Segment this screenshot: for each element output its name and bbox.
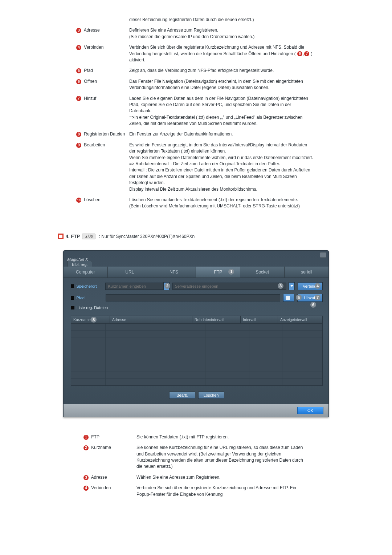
kurzname-input[interactable]: [105, 283, 163, 290]
label-pfad: Pfad: [76, 296, 106, 300]
badge-8-icon: 8: [76, 132, 81, 137]
desc-text: Laden Sie die eigenen Daten aus dem in d…: [129, 96, 308, 126]
section-heading-ftp: 4. FTP ▲Up : Nur für SyncMaster 320PXn/4…: [58, 234, 392, 239]
desc-label: Verbinden: [84, 45, 103, 50]
tab-seriell[interactable]: seriell: [285, 267, 328, 278]
badge-4b-icon: 4: [83, 486, 89, 491]
bullet-icon: [71, 306, 74, 309]
folder-open-icon: [286, 296, 290, 300]
label-liste: Liste reg. Dateien: [77, 305, 109, 310]
inline-badge-7-icon: 7: [304, 51, 309, 56]
callout-2-icon: 2: [164, 283, 170, 289]
desc-label: Hinzuf: [84, 96, 96, 101]
nfs-description-table: dieser Bezeichnung registrierten Daten d…: [76, 15, 316, 212]
col-kurzname: Kurzname: [73, 317, 91, 322]
bullet-icon: [71, 296, 74, 300]
section-icon: [58, 234, 64, 239]
badge-2-icon: 2: [83, 445, 89, 450]
desc-text: Verbinden Sie sich über die registrierte…: [129, 45, 304, 56]
badge-7-icon: 7: [76, 96, 81, 101]
loeschen-button[interactable]: Löschen: [198, 392, 224, 399]
badge-10-icon: 10: [76, 198, 81, 203]
desc-text: Das Fenster File Navigation (Dateinaviga…: [129, 79, 303, 90]
tab-socket[interactable]: Socket: [240, 267, 285, 278]
desc-text: Wählen Sie eine Adresse zum Registrieren…: [136, 475, 220, 480]
desc-label: Pfad: [84, 68, 93, 73]
badge-1-icon: 1: [83, 435, 89, 440]
tab-ftp[interactable]: 1 FTP: [196, 267, 240, 278]
window-close-icon[interactable]: [320, 252, 326, 258]
section-title: 4. FTP: [66, 234, 80, 239]
badge-9-icon: 9: [76, 143, 81, 148]
badge-6-icon: 6: [76, 79, 81, 84]
badge-5-icon: 5: [76, 68, 81, 73]
callout-4-icon: 4: [315, 283, 320, 289]
badge-4-icon: 4: [76, 45, 81, 50]
desc-text: Ein Fenster zur Anzeige der Datenbankinf…: [129, 131, 233, 137]
desc-label: Registrierten Dateien: [84, 131, 125, 137]
ok-button[interactable]: OK: [297, 407, 323, 414]
desc-text: Sie können eine Kurzbezeichnung für eine…: [136, 445, 303, 469]
tab-nfs[interactable]: NFS: [152, 267, 196, 278]
callout-7-icon: 7: [315, 295, 320, 300]
label-speicherort: Speicherort: [76, 284, 105, 288]
tab-url[interactable]: URL: [108, 267, 152, 278]
desc-text: Sie können Textdaten (.txt) mit FTP regi…: [136, 434, 229, 439]
tab-computer[interactable]: Computer: [64, 267, 108, 278]
serveradresse-input[interactable]: [172, 283, 286, 290]
desc-text: Es wird ein Fenster angezeigt, in dem Si…: [129, 142, 313, 192]
list-body[interactable]: [71, 324, 323, 386]
desc-text: Löschen Sie ein markiertes Textdatenelem…: [129, 197, 300, 208]
ftp-dialog-window: MagicNet X Bibl. reg. Computer URL NFS 1…: [63, 250, 329, 417]
desc-text: Verbinden Sie sich über die registrierte…: [136, 485, 296, 497]
desc-label: Adresse: [84, 28, 100, 33]
ftp-description-table: 1 FTP Sie können Textdaten (.txt) mit FT…: [83, 432, 309, 500]
desc-text: Definieren Sie eine Adresse zum Registri…: [129, 28, 254, 39]
desc-label: Kurzname: [91, 445, 111, 450]
col-adresse: Adresse: [112, 317, 126, 322]
up-button[interactable]: ▲Up: [82, 234, 95, 239]
badge-3b-icon: 3: [83, 475, 89, 480]
desc-label: FTP: [91, 434, 99, 439]
list-header: Kurzname 8 Adresse Rohdatenintervall Int…: [71, 316, 323, 324]
col-anzeige: Anzeigeintervall: [280, 317, 307, 322]
desc-label: Bearbeiten: [84, 142, 105, 147]
section-subtitle: : Nur für SyncMaster 320PXn/400P(T)Xn/46…: [99, 234, 195, 239]
desc-label: Öffnen: [84, 79, 97, 84]
callout-8-icon: 8: [91, 317, 97, 323]
desc-label: Verbinden: [91, 485, 111, 490]
bullet-icon: [71, 284, 74, 288]
col-rohdaten: Rohdatenintervall: [195, 317, 224, 322]
inline-badge-6-icon: 6: [297, 51, 302, 56]
server-dropdown-icon[interactable]: [289, 282, 295, 290]
desc-label: Löschen: [84, 197, 100, 202]
col-intervall: Intervall: [243, 317, 256, 322]
callout-1-icon: 1: [228, 269, 234, 275]
app-brand: MagicNet X: [67, 257, 88, 262]
callout-3-icon: 3: [278, 283, 283, 289]
desc-text: Zeigt an, dass die Verbindung zum NFS-Pf…: [129, 68, 274, 73]
bearbeiten-button[interactable]: Bearb.: [169, 392, 195, 399]
desc-text: dieser Bezeichnung registrierten Daten d…: [129, 17, 254, 22]
pfad-input[interactable]: [106, 294, 280, 301]
badge-3-icon: 3: [76, 28, 81, 33]
desc-label: Adresse: [91, 475, 107, 480]
callout-5-icon: 5: [296, 295, 302, 300]
source-tabs: Computer URL NFS 1 FTP Socket seriell: [64, 267, 328, 278]
hinzufuegen-button[interactable]: [283, 294, 294, 302]
